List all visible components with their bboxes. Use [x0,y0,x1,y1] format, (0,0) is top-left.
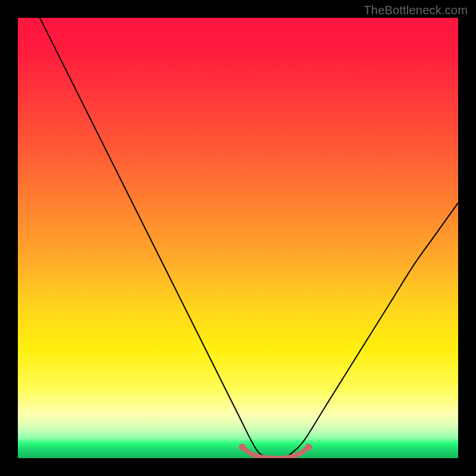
pink-floor-dot-left [239,444,246,451]
pink-floor-dot-right [305,444,312,451]
chart-stage: TheBottleneck.com [0,0,476,476]
plot-area [18,18,458,458]
watermark-text: TheBottleneck.com [364,4,468,17]
curve-overlay [18,18,458,458]
bottleneck-curve-path [40,18,458,458]
pink-floor-path [242,447,308,459]
